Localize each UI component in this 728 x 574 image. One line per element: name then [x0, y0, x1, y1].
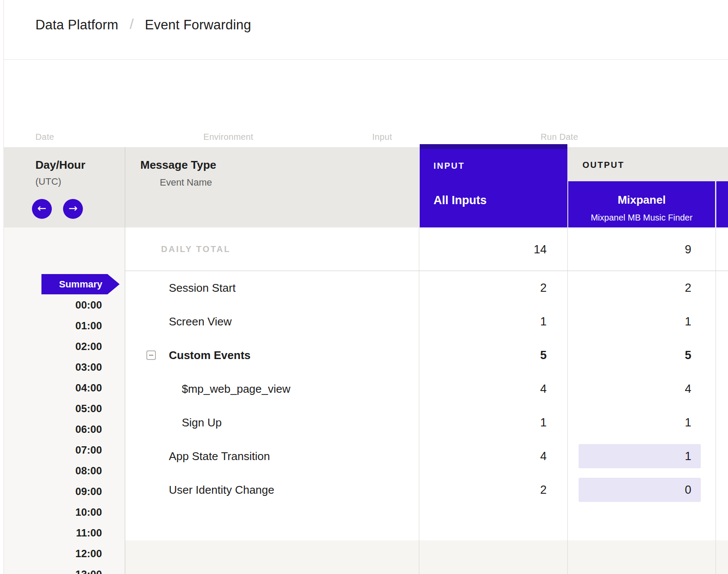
input-count: 4	[419, 450, 567, 463]
day-hour-column-title: Day/Hour	[35, 158, 85, 172]
table-footer-strip	[125, 540, 728, 574]
highlighted-output-cell: 0	[579, 478, 701, 502]
input-count: 5	[419, 349, 567, 362]
event-name: Sign Up	[182, 416, 222, 429]
event-name: Custom Events	[169, 349, 250, 362]
input-label: Input	[372, 132, 392, 142]
event-name-subtitle: Event Name	[160, 177, 212, 188]
table-row-child: $mp_web_page_view 4 4	[125, 372, 728, 406]
output-count: 4	[567, 382, 715, 395]
day-hour-timezone: (UTC)	[35, 176, 61, 187]
output-count: 0	[579, 478, 701, 502]
event-name: Session Start	[169, 281, 236, 294]
page-title: Event Forwarding	[145, 17, 251, 33]
output-count: 2	[567, 281, 715, 294]
hour-row-12[interactable]: 12:00	[4, 548, 102, 560]
input-count: 4	[419, 382, 567, 395]
date-label: Date	[35, 132, 54, 142]
output-count: 5	[567, 349, 715, 362]
breadcrumb: Data Platform / Event Forwarding	[35, 16, 251, 33]
arrow-left-icon: ←	[38, 202, 47, 214]
hour-row-09[interactable]: 09:00	[4, 486, 102, 498]
hour-row-04[interactable]: 04:00	[4, 382, 102, 394]
breadcrumb-separator: /	[130, 16, 133, 32]
arrow-right-icon: →	[69, 202, 78, 214]
environment-label: Environment	[203, 132, 253, 142]
output-count: 1	[567, 315, 715, 328]
table-row-child: Sign Up 1 1	[125, 406, 728, 439]
hour-row-03[interactable]: 03:00	[4, 361, 102, 373]
breadcrumb-section[interactable]: Data Platform	[35, 17, 118, 33]
event-name: Screen View	[169, 315, 232, 328]
event-name: App State Transition	[169, 450, 270, 463]
event-name: User Identity Change	[169, 483, 274, 496]
event-name: $mp_web_page_view	[182, 382, 291, 395]
table-row: App State Transition 4 1	[125, 439, 728, 473]
input-count: 1	[419, 315, 567, 328]
daily-total-row: DAILY TOTAL 14 9	[125, 227, 728, 271]
hour-row-13[interactable]: 13:00	[4, 568, 102, 574]
input-count: 2	[419, 281, 567, 294]
output-count: 1	[579, 444, 701, 468]
hour-row-07[interactable]: 07:00	[4, 444, 102, 456]
summary-row-selector[interactable]: Summary	[41, 274, 120, 294]
input-count: 2	[419, 483, 567, 496]
table-row-group: Custom Events 5 5	[125, 338, 728, 372]
table-row: Session Start 2 2	[125, 271, 728, 305]
output-section-label: OUTPUT	[582, 160, 624, 170]
input-column-header: INPUT All Inputs	[420, 144, 567, 227]
top-bar: Data Platform / Event Forwarding	[4, 0, 728, 60]
hour-row-11[interactable]: 11:00	[4, 527, 102, 539]
hour-row-00[interactable]: 00:00	[4, 299, 102, 311]
hour-row-10[interactable]: 10:00	[4, 506, 102, 518]
page-panel: Data Platform / Event Forwarding Date En…	[3, 0, 728, 574]
highlighted-output-cell: 1	[579, 444, 701, 468]
table-row: Screen View 1 1	[125, 305, 728, 338]
collapse-icon[interactable]	[146, 350, 156, 360]
hour-row-02[interactable]: 02:00	[4, 341, 102, 353]
hour-row-06[interactable]: 06:00	[4, 423, 102, 435]
output-count: 1	[567, 416, 715, 429]
next-day-button[interactable]: →	[63, 199, 83, 219]
filter-bar: Date Environment Input Run Date 08/08/20…	[4, 60, 728, 147]
output-integration-name: Mixpanel	[568, 193, 715, 206]
daily-total-label: DAILY TOTAL	[161, 244, 231, 254]
output-connection-name: Mixpanel MB Music Finder	[568, 212, 715, 223]
input-header-label: INPUT	[434, 161, 465, 171]
hour-row-08[interactable]: 08:00	[4, 465, 102, 477]
daily-total-output-value: 9	[567, 243, 715, 256]
event-rows: Session Start 2 2 Screen View 1 1 Custom…	[125, 271, 728, 507]
input-header-value: All Inputs	[434, 193, 487, 207]
table-row: User Identity Change 2 0	[125, 473, 728, 507]
previous-day-button[interactable]: ←	[32, 199, 52, 219]
run-date-label: Run Date	[541, 132, 578, 142]
output-mixpanel-header[interactable]: Mixpanel Mixpanel MB Music Finder	[568, 181, 715, 227]
input-count: 1	[419, 416, 567, 429]
hour-row-01[interactable]: 01:00	[4, 320, 102, 332]
message-type-column-title: Message Type	[140, 158, 216, 172]
hour-row-05[interactable]: 05:00	[4, 403, 102, 415]
output-next-column-header-partial	[716, 181, 728, 227]
input-header-accent-strip	[420, 144, 567, 149]
daily-total-input-value: 14	[419, 243, 567, 256]
